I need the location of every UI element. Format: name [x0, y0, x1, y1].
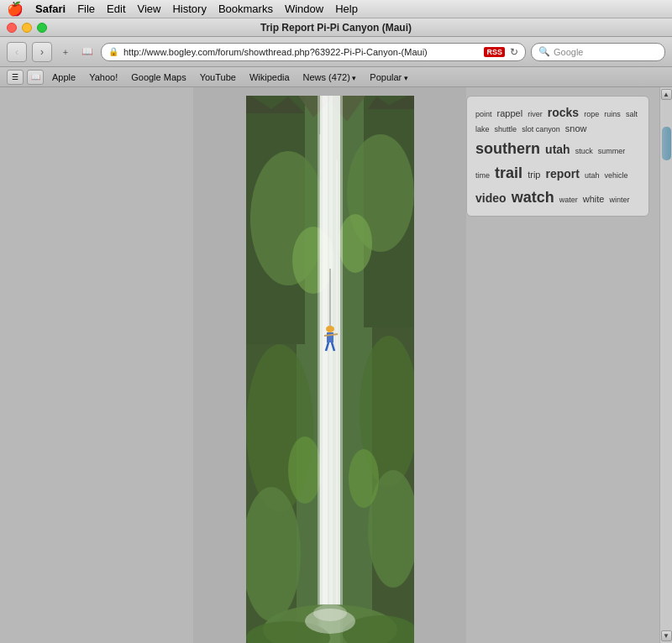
- tag-lake[interactable]: lake: [475, 125, 490, 133]
- tag-time[interactable]: time: [475, 171, 490, 180]
- tag-report[interactable]: report: [546, 167, 580, 180]
- bookmark-yahoo[interactable]: Yahoo!: [89, 72, 118, 82]
- back-button[interactable]: ‹: [7, 42, 27, 62]
- svg-point-14: [288, 437, 322, 504]
- bookmark-popular[interactable]: Popular: [370, 72, 407, 82]
- svg-rect-25: [336, 159, 338, 613]
- tag-rope[interactable]: rope: [584, 110, 599, 118]
- window-controls: [7, 23, 47, 33]
- tag-watch[interactable]: watch: [512, 189, 554, 206]
- tag-slot-canyon[interactable]: slot canyon: [522, 125, 560, 133]
- main-content: [193, 87, 466, 643]
- svg-point-26: [326, 326, 334, 332]
- rss-badge[interactable]: RSS: [484, 47, 505, 57]
- bookmark-wikipedia[interactable]: Wikipedia: [249, 72, 290, 82]
- tag-snow[interactable]: snow: [565, 123, 587, 133]
- menu-help[interactable]: Help: [335, 3, 358, 15]
- menu-view[interactable]: View: [138, 3, 161, 15]
- tag-winter[interactable]: winter: [610, 196, 630, 204]
- menu-file[interactable]: File: [77, 3, 95, 15]
- search-icon: 🔍: [538, 46, 550, 57]
- menu-history[interactable]: History: [172, 3, 206, 15]
- address-text: http://www.bogley.com/forum/showthread.p…: [123, 47, 479, 57]
- svg-point-36: [313, 604, 347, 621]
- tag-ruins[interactable]: ruins: [604, 110, 621, 118]
- bookmark-apple[interactable]: Apple: [52, 72, 76, 82]
- search-bar[interactable]: 🔍 Google: [531, 43, 665, 61]
- menu-edit[interactable]: Edit: [107, 3, 125, 15]
- bookmarks-icon[interactable]: ☰: [7, 70, 24, 85]
- apple-menu-icon[interactable]: 🍎: [7, 1, 24, 17]
- tag-trip[interactable]: trip: [528, 170, 540, 180]
- bookmark-youtube[interactable]: YouTube: [200, 72, 236, 82]
- svg-point-15: [349, 449, 379, 508]
- tag-water[interactable]: water: [559, 196, 578, 204]
- close-button[interactable]: [7, 23, 17, 33]
- toolbar: ‹ › + 📖 🔒 http://www.bogley.com/forum/sh…: [0, 37, 672, 67]
- tag-salt[interactable]: salt: [626, 110, 638, 118]
- right-sidebar: point rappel river rocks rope ruins salt…: [466, 87, 659, 643]
- tag-southern[interactable]: southern: [475, 140, 540, 157]
- search-placeholder: Google: [554, 47, 583, 57]
- tag-vehicle[interactable]: vehicle: [605, 171, 628, 180]
- window-title: Trip Report Pi-Pi Canyon (Maui): [260, 22, 412, 34]
- menu-safari[interactable]: Safari: [35, 3, 66, 15]
- page-area: point rappel river rocks rope ruins salt…: [0, 87, 672, 643]
- menu-window[interactable]: Window: [285, 3, 323, 15]
- tag-utah2[interactable]: utah: [585, 171, 600, 180]
- maximize-button[interactable]: [37, 23, 47, 33]
- reader-icon[interactable]: 📖: [27, 70, 44, 85]
- tag-cloud: point rappel river rocks rope ruins salt…: [466, 96, 649, 217]
- scrollbar-track: ▲ ▼: [659, 87, 672, 643]
- bookmark-googlemaps[interactable]: Google Maps: [131, 72, 186, 82]
- bookmarks-bar: ☰ 📖 Apple Yahoo! Google Maps YouTube Wik…: [0, 67, 672, 87]
- tag-summer[interactable]: summer: [598, 147, 626, 155]
- tag-utah[interactable]: utah: [545, 143, 570, 156]
- tag-rocks[interactable]: rocks: [548, 106, 579, 119]
- minimize-button[interactable]: [22, 23, 32, 33]
- forward-button[interactable]: ›: [32, 42, 52, 62]
- tag-river[interactable]: river: [528, 110, 543, 118]
- scrollbar-area: ▲ ▼: [659, 87, 672, 643]
- refresh-icon[interactable]: ↻: [510, 46, 518, 58]
- scrollbar-thumb[interactable]: [662, 127, 671, 160]
- lock-icon: 🔒: [108, 47, 118, 56]
- svg-rect-20: [323, 96, 328, 643]
- svg-point-13: [339, 214, 372, 273]
- menu-bar: 🍎 Safari File Edit View History Bookmark…: [0, 0, 672, 18]
- svg-rect-21: [329, 96, 333, 643]
- menu-bookmarks[interactable]: Bookmarks: [218, 3, 273, 15]
- svg-rect-24: [319, 134, 321, 621]
- tag-point[interactable]: point: [475, 110, 492, 118]
- tag-video[interactable]: video: [475, 191, 507, 205]
- scroll-up-button[interactable]: ▲: [661, 89, 672, 100]
- svg-rect-23: [340, 96, 343, 643]
- tag-trail[interactable]: trail: [495, 165, 522, 181]
- tag-shuttle[interactable]: shuttle: [495, 125, 517, 133]
- tag-rappel[interactable]: rappel: [497, 108, 523, 118]
- bookmark-news[interactable]: News (472): [303, 72, 357, 82]
- left-sidebar: [0, 87, 193, 643]
- tag-white[interactable]: white: [583, 194, 605, 204]
- scroll-down-button[interactable]: ▼: [661, 630, 672, 641]
- tag-stuck[interactable]: stuck: [575, 147, 593, 155]
- address-bar[interactable]: 🔒 http://www.bogley.com/forum/showthread…: [101, 43, 526, 61]
- title-bar: Trip Report Pi-Pi Canyon (Maui): [0, 18, 672, 37]
- waterfall-image: [246, 96, 414, 643]
